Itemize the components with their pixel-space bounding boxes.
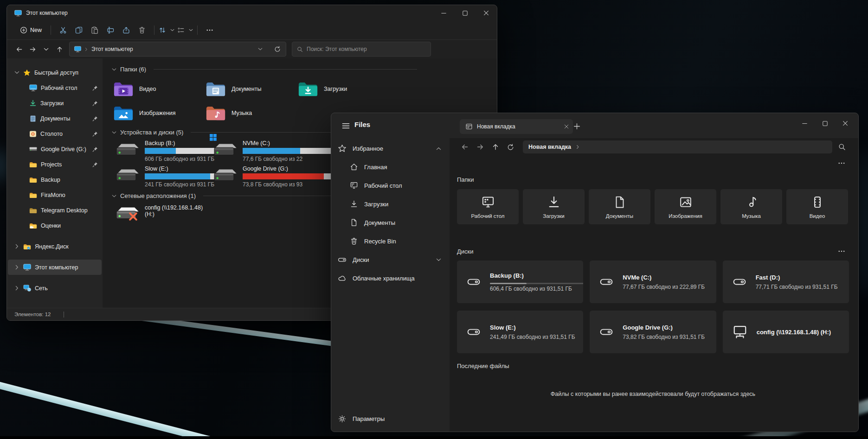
folders-section-header[interactable]: Папки (6) (112, 66, 487, 73)
up-button[interactable] (488, 140, 503, 154)
sidebar-item-backup[interactable]: Backup (8, 172, 102, 187)
sidebar-item-documents[interactable]: Документы (331, 213, 450, 232)
sidebar-item-network[interactable]: Сеть (8, 280, 102, 296)
desktop-icon (29, 84, 37, 91)
new-button[interactable]: New (15, 23, 46, 37)
address-bar[interactable]: Этот компьютер (69, 42, 286, 57)
rename-button[interactable] (103, 23, 118, 37)
sidebar-item-stoloto[interactable]: Столото (8, 126, 102, 141)
sidebar-item-documents[interactable]: Документы (8, 111, 102, 126)
sidebar-item-projects[interactable]: Projects (8, 157, 102, 172)
back-button[interactable] (13, 43, 26, 56)
close-button[interactable] (835, 116, 855, 131)
chevron-down-icon[interactable] (436, 258, 441, 261)
drive-card-fast[interactable]: Fast (D:) 77,71 ГБ свободно из 931,51 ГБ (723, 261, 849, 303)
folder-tile-documents[interactable]: Документы (589, 189, 650, 224)
folder-item-video[interactable]: Видео (113, 78, 205, 100)
sidebar-item-firamono[interactable]: FiraMono (8, 187, 102, 203)
sidebar-item-recycle-bin[interactable]: Recycle Bin (331, 232, 450, 250)
maximize-button[interactable] (454, 5, 476, 21)
see-more-button[interactable] (202, 23, 218, 37)
folder-icon (29, 192, 37, 198)
breadcrumb-item[interactable]: Новая вкладка (528, 144, 571, 150)
sidebar-item-ocenki[interactable]: Оценки (8, 218, 102, 233)
search-button[interactable] (835, 140, 849, 154)
drive-item-slow[interactable]: Slow (E:) 241 ГБ свободно из 931 ГБ (113, 165, 211, 188)
minimize-button[interactable] (794, 116, 815, 131)
folder-tile-downloads[interactable]: Загрузки (523, 189, 585, 224)
network-drive-item-config[interactable]: config (\\192.168.1.48) (H:) (113, 204, 211, 223)
sidebar-item-home[interactable]: Главная (331, 158, 450, 176)
recent-locations-button[interactable] (39, 43, 53, 56)
close-button[interactable] (476, 5, 497, 21)
sidebar-item-desktop[interactable]: Рабочий стол (331, 176, 450, 195)
drive-card-nvme[interactable]: NVMe (C:) 77,67 ГБ свободно из 222,89 ГБ (590, 261, 716, 303)
view-button[interactable] (177, 23, 193, 37)
chevron-down-icon[interactable] (14, 71, 19, 74)
folder-item-music[interactable]: Музыка (205, 102, 297, 124)
settings-button[interactable]: Параметры (331, 409, 450, 428)
chevron-right-icon[interactable] (15, 286, 19, 291)
maximize-button[interactable] (815, 116, 835, 131)
chevron-right-icon[interactable] (15, 265, 19, 270)
statusbar-divider (64, 312, 64, 318)
sidebar-item-google-drive[interactable]: Google Drive (G:) (8, 141, 102, 157)
paste-button[interactable] (87, 23, 103, 37)
back-button[interactable] (457, 140, 472, 154)
chevron-up-icon[interactable] (436, 147, 441, 150)
chevron-down-icon[interactable] (258, 48, 263, 51)
up-button[interactable] (53, 43, 66, 56)
folder-item-pictures[interactable]: Изображения (113, 102, 205, 124)
sidebar-item-label: Рабочий стол (364, 182, 402, 189)
sidebar-item-desktop[interactable]: Рабочий стол (8, 80, 102, 95)
forward-button[interactable] (472, 140, 488, 154)
chevron-right-icon[interactable] (15, 244, 19, 249)
sort-button[interactable] (159, 23, 174, 37)
folder-tile-music[interactable]: Музыка (720, 189, 782, 224)
files-titlebar[interactable]: Files Новая вкладка (331, 113, 858, 138)
drive-card-slow[interactable]: Slow (E:) 241,49 ГБ свободно из 931,51 Г… (457, 311, 583, 353)
refresh-button[interactable] (503, 140, 518, 154)
folder-tile-video[interactable]: Видео (786, 189, 848, 224)
folder-item-documents[interactable]: Документы (205, 78, 297, 100)
sidebar-item-label: Сеть (35, 285, 48, 292)
plus-icon (573, 122, 581, 130)
folder-item-downloads[interactable]: Загрузки (297, 78, 390, 100)
forward-button[interactable] (26, 43, 39, 56)
sidebar-item-yandex-disk[interactable]: Яндекс.Диск (8, 239, 102, 254)
drives-overflow-button[interactable] (838, 248, 849, 255)
copy-button[interactable] (71, 23, 87, 37)
explorer-titlebar[interactable]: Этот компьютер (7, 5, 497, 21)
new-tab-button[interactable] (573, 122, 581, 130)
search-box[interactable]: Поиск: Этот компьютер (292, 42, 431, 57)
folder-tile-desktop[interactable]: Рабочий стол (457, 189, 519, 224)
breadcrumb-bar[interactable]: Новая вкладка (523, 140, 832, 153)
sidebar-item-downloads[interactable]: Загрузки (8, 95, 102, 111)
sidebar-group-drives[interactable]: Диски (331, 250, 450, 269)
sidebar-item-telegram-desktop[interactable]: Telegram Desktop (8, 203, 102, 218)
menu-button[interactable] (341, 121, 350, 130)
sidebar-item-quick-access[interactable]: Быстрый доступ (8, 65, 102, 80)
drive-card-google-drive[interactable]: Google Drive (G:) 73,82 ГБ свободно из 9… (590, 311, 716, 353)
toolbar-overflow[interactable] (457, 158, 849, 169)
pin-icon (92, 101, 98, 106)
sidebar-item-label: FiraMono (41, 192, 65, 198)
folder-tile-pictures[interactable]: Изображения (655, 189, 716, 224)
drive-card-backup[interactable]: Backup (B:) 606,4 ГБ свободно из 931,51 … (457, 261, 583, 303)
sidebar-group-favorites[interactable]: Избранное (331, 139, 450, 158)
sidebar-item-downloads[interactable]: Загрузки (331, 195, 450, 213)
drive-card-config-network[interactable]: config (\\192.168.1.48) (H:) (723, 311, 849, 353)
sidebar-item-this-pc[interactable]: Этот компьютер (8, 260, 102, 275)
drive-icon (113, 166, 140, 185)
cut-button[interactable] (55, 23, 71, 37)
tab-new-tab[interactable]: Новая вкладка (460, 119, 573, 134)
sidebar-group-cloud[interactable]: Облачные хранилища (331, 269, 450, 287)
refresh-button[interactable] (270, 43, 284, 56)
sidebar-item-label: Избранное (353, 145, 383, 152)
minimize-button[interactable] (433, 5, 454, 21)
toolbar-separator (197, 25, 198, 35)
delete-button[interactable] (134, 23, 150, 37)
drive-item-backup[interactable]: Backup (B:) 606 ГБ свободно из 931 ГБ (113, 140, 211, 162)
close-tab-icon[interactable] (564, 124, 569, 129)
share-button[interactable] (118, 23, 134, 37)
